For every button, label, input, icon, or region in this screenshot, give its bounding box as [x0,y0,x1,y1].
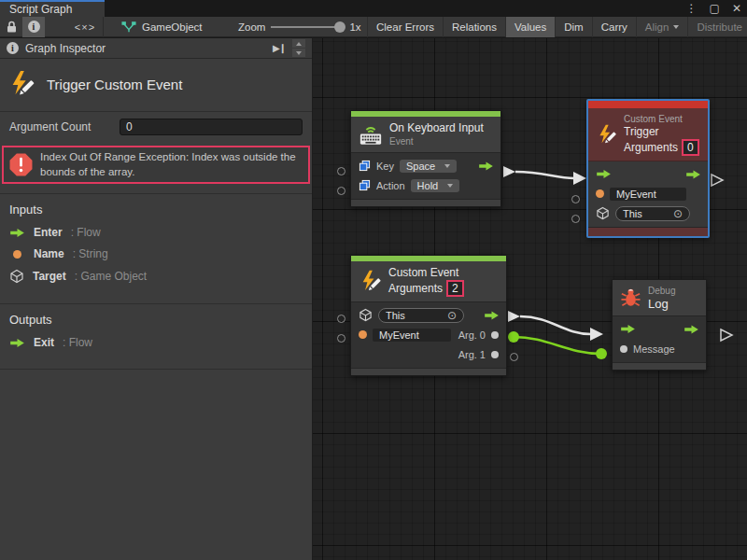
node-custom-event[interactable]: Custom Event Arguments2 This ⊙ [350,255,507,376]
dim-button[interactable]: Dim [555,17,591,37]
spinner-down-icon[interactable] [292,49,305,57]
flow-output-port[interactable] [685,169,701,179]
carry-button[interactable]: Carry [592,17,636,37]
input-port[interactable] [337,334,345,343]
value-wire [514,337,601,354]
code-preview-button[interactable]: <×> [62,17,108,37]
values-button[interactable]: Values [505,17,555,37]
object-picker-icon[interactable]: ⊙ [447,310,457,321]
action-dropdown[interactable]: Hold [411,179,460,192]
script-graph-window: Script Graph ⋮ ▢ ✕ i <×> [0,0,747,560]
port-label: Key [376,161,394,172]
clear-errors-button[interactable]: Clear Errors [367,17,443,37]
node-title: Trigger [624,125,699,139]
flow-input-port[interactable] [596,169,612,179]
align-dropdown[interactable]: Align [636,17,688,37]
node-footer [613,362,706,370]
input-port[interactable] [337,315,345,323]
flow-output-port[interactable] [478,161,494,171]
distribute-dropdown[interactable]: Distribute [687,17,747,37]
inspector-toggle-button[interactable]: i [22,17,45,37]
input-port[interactable] [571,215,580,223]
value-output-port[interactable] [491,331,499,339]
flow-wire [520,316,591,334]
string-port-icon[interactable] [596,189,604,198]
argument-count-badge[interactable]: 2 [446,280,464,297]
graph-canvas[interactable]: On Keyboard Input Event Key Space [313,38,747,560]
value-input-port[interactable] [620,345,627,353]
spinner-up-icon[interactable] [292,39,305,48]
game-object-icon [9,269,24,284]
port-label: Arg. 1 [458,349,486,360]
key-dropdown[interactable]: Space [400,160,457,173]
target-dropdown[interactable]: This ⊙ [615,206,690,221]
close-icon[interactable]: ✕ [732,3,741,14]
maximize-icon[interactable]: ▢ [710,3,720,14]
flow-output-port[interactable] [684,324,699,334]
port-type: : Flow [71,226,101,239]
input-port[interactable] [337,167,345,175]
event-name-field[interactable]: MyEvent [373,329,451,342]
relations-button[interactable]: Relations [443,17,505,37]
distribute-label: Distribute [697,21,742,33]
list-item: Name : String [9,247,303,260]
zoom-slider-handle[interactable] [334,21,345,33]
unconnected-flow-icon[interactable] [721,329,732,341]
flow-output-port[interactable] [484,310,500,320]
flow-port-icon [9,338,25,348]
node-debug-log[interactable]: Debug Log Messa [612,279,707,371]
input-port[interactable] [510,353,518,361]
node-footer [351,368,506,375]
input-port[interactable] [571,195,580,203]
event-name-field[interactable]: MyEvent [610,188,686,201]
window-controls: ⋮ ▢ ✕ [686,0,741,17]
node-footer [588,227,708,236]
port-name: Name [34,247,64,260]
graph-inspector-panel: i Graph Inspector ▶❙ Trigger Custom [0,38,313,560]
inspector-empty-area [0,369,312,560]
custom-event-icon [359,270,382,293]
target-dropdown[interactable]: This ⊙ [378,308,464,323]
flow-port-icon [9,228,25,238]
port-label: Message [633,343,675,355]
flow-input-port[interactable] [620,324,636,334]
inspector-header: i Graph Inspector ▶❙ [0,38,312,59]
port-type: : Game Object [75,270,147,283]
object-picker-icon[interactable]: ⊙ [673,208,683,219]
error-message-box: Index Out Of Range Exception: Index was … [2,146,310,184]
inspector-header-title: Graph Inspector [25,42,106,55]
node-title: Arguments [388,282,443,295]
input-port[interactable] [337,187,345,195]
node-title: On Keyboard Input [389,121,484,135]
argument-count-badge[interactable]: 0 [682,139,699,156]
list-item: Exit : Flow [9,336,303,349]
zoom-slider[interactable] [271,26,344,28]
bug-icon [620,287,641,309]
menu-icon[interactable]: ⋮ [686,3,698,14]
value-output-port[interactable] [491,351,499,358]
port-name: Enter [34,226,63,239]
node-category: Custom Event [624,113,699,125]
flow-arrow-icon [484,310,500,320]
lock-button[interactable] [0,17,22,37]
string-port-icon[interactable] [359,330,367,339]
outputs-section: Outputs Exit : Flow [0,303,312,369]
zoom-value: 1x [349,21,360,33]
argument-count-input[interactable] [120,119,303,135]
flow-arrow-icon [684,324,699,334]
graph-toolbar: i <×> GameObject Zoom 1x Clear Errors Re… [0,17,747,37]
argument-count-label: Argument Count [9,120,120,133]
code-icon: <×> [75,21,95,33]
node-category: Debug [648,285,675,297]
unconnected-flow-icon[interactable] [712,175,723,186]
info-icon: i [7,42,19,54]
target-value: This [386,310,405,321]
dock-panel-icon[interactable]: ▶❙ [273,43,286,53]
node-on-keyboard-input[interactable]: On Keyboard Input Event Key Space [350,110,501,207]
flow-arrow-icon [478,161,494,171]
tab-script-graph[interactable]: Script Graph [0,0,105,17]
script-graph-icon [121,21,136,34]
graph-target[interactable]: GameObject [121,17,203,37]
node-trigger-custom-event[interactable]: Custom Event Trigger Arguments0 [586,99,710,238]
chevron-down-icon [444,164,450,168]
